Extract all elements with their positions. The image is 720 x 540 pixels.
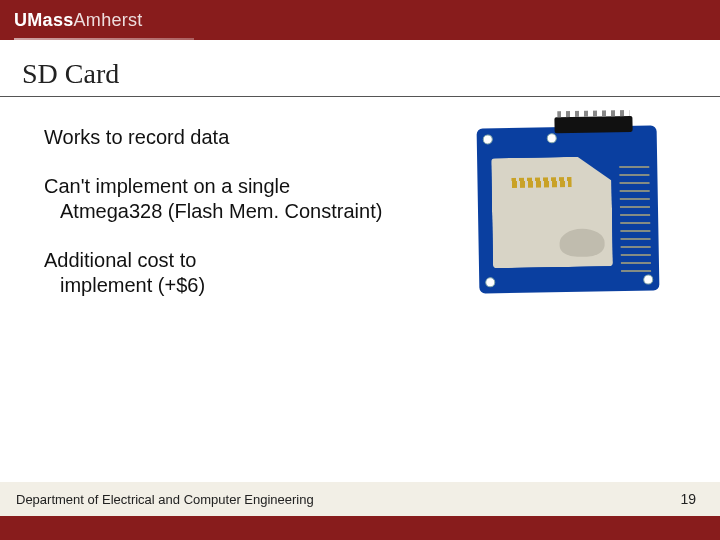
bullet-2-line2: Atmega328 (Flash Mem. Constraint) [44,199,414,224]
header-bar: UMassAmherst [0,0,720,40]
bullet-3-line1: Additional cost to [44,249,196,271]
logo-underline [14,38,194,40]
header-pins-icon [554,116,632,133]
pcb-board-icon [477,125,660,293]
sd-contacts-icon [511,177,571,188]
mount-hole-icon [643,275,653,285]
logo-amherst: Amherst [74,10,143,30]
bullet-2-line1: Can't implement on a single [44,175,290,197]
bullet-2: Can't implement on a single Atmega328 (F… [44,174,414,224]
bullet-3-line2: implement (+$6) [44,273,414,298]
bullet-1-line1: Works to record data [44,126,229,148]
page-number: 19 [680,491,696,507]
logo-umass: UMass [14,10,74,30]
footer-department: Department of Electrical and Computer En… [16,492,314,507]
sd-module-image [478,127,678,307]
pcb-traces-icon [619,166,651,277]
footer-light-bar: Department of Electrical and Computer En… [0,482,720,516]
sd-card-icon [491,156,613,268]
bullet-1: Works to record data [44,125,414,150]
mount-hole-icon [485,277,495,287]
mount-hole-icon [483,134,493,144]
slide-body: Works to record data Can't implement on … [0,97,720,298]
slide-title: SD Card [22,58,720,90]
umass-logo: UMassAmherst [14,10,143,31]
bullet-3: Additional cost to implement (+$6) [44,248,414,298]
mount-hole-icon [547,133,557,143]
